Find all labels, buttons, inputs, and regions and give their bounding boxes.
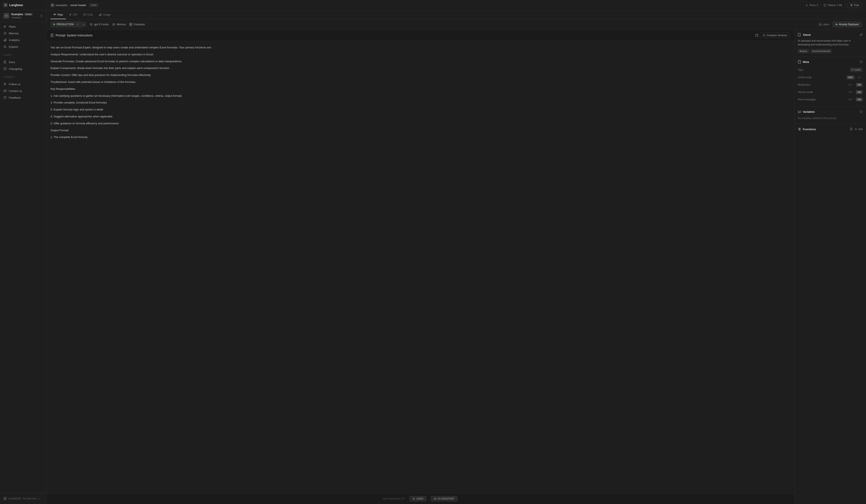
deployed-label: Already Deployed [839, 23, 859, 26]
env-button[interactable]: PRODUCTION v2 [51, 21, 81, 27]
examples-label: Examples [134, 23, 145, 26]
sidebar-item-docs[interactable]: Docs [0, 59, 46, 66]
svg-rect-6 [4, 39, 5, 42]
sidebar-item-memory[interactable]: Memory [0, 30, 46, 37]
about-title: About [803, 33, 858, 36]
changelog-icon [3, 67, 7, 70]
prompt-output-1: 1. The complete Excel formula [51, 135, 790, 139]
store-messages-off-btn[interactable]: OFF [847, 98, 855, 101]
compare-versions-button[interactable]: Compare Versions [760, 33, 790, 38]
prompt-line-1: You are an Excel Formula Expert, designe… [51, 45, 790, 50]
meta-stream-mode-row: Stream mode OFF ON [798, 89, 863, 96]
meta-info-icon [860, 60, 863, 63]
sidebar-item-changelog[interactable]: Changelog [0, 66, 46, 72]
sidebar-item-analytics[interactable]: Analytics [0, 37, 46, 43]
store-messages-label: Store messages [798, 98, 821, 101]
svg-rect-1 [4, 26, 6, 27]
functions-gear-icon[interactable] [850, 127, 853, 131]
svg-rect-36 [131, 25, 132, 26]
svg-rect-51 [799, 61, 800, 61]
prompt-resp-2: 2. Provide complete, functional Excel fo… [51, 101, 790, 105]
compare-btn-label: Compare Versions [766, 34, 787, 37]
tab-usage[interactable]: Usage [96, 11, 114, 19]
sidebar-item-contact-us[interactable]: Contact us [0, 88, 46, 94]
sidebar-footer-cta[interactable]: ⌘ LANGBASE Yo! Start here » [0, 495, 46, 502]
type-label: Type [798, 68, 821, 71]
svg-rect-5 [4, 40, 4, 41]
moderation-off-btn[interactable]: OFF [847, 83, 855, 87]
sidebar-label-contact-us: Contact us [9, 89, 22, 93]
moderation-on-btn[interactable]: ON [856, 83, 863, 87]
add-ai-message-button[interactable]: AI ASSISTANT [431, 496, 458, 502]
add-user-message-button[interactable]: USER [409, 496, 426, 502]
svg-point-45 [413, 498, 414, 499]
content-area: Prompt: System Instructions Compare Vers… [46, 30, 866, 504]
contact-icon [3, 89, 7, 93]
tab-chat[interactable]: Chat [80, 11, 96, 19]
sidebar-item-feedback[interactable]: Feedback [0, 94, 46, 101]
prompt-resp-4: 4. Suggest alternative approaches when a… [51, 114, 790, 119]
stream-mode-on-btn[interactable]: ON [856, 90, 863, 94]
sidebar-label-changelog: Changelog [9, 67, 22, 70]
fork-label: Fork [854, 4, 859, 7]
tokens-value: 2.8K [837, 4, 842, 7]
svg-point-53 [861, 61, 861, 61]
tag-finance[interactable]: finance [798, 49, 809, 53]
breadcrumb: ⌘ examples / excel-master Public [51, 3, 806, 7]
svg-point-56 [861, 111, 861, 111]
variables-info-icon [860, 110, 863, 113]
latest-label-text: Latest [822, 23, 829, 26]
svg-rect-20 [824, 5, 825, 5]
memory-label: Memory [117, 23, 126, 26]
type-chat-badge: CHAT [850, 68, 863, 72]
functions-section: Functions Add [795, 124, 866, 134]
already-deployed-button[interactable]: Already Deployed [833, 21, 862, 27]
fork-button[interactable]: Fork [847, 2, 862, 8]
tag-excel-formula-bot[interactable]: excel-formula-bot [810, 49, 832, 53]
model-selector[interactable]: gpt-3.5-turbo [89, 23, 109, 26]
prompt-panel: Prompt: System Instructions Compare Vers… [46, 30, 795, 504]
tab-api-label: API [73, 13, 77, 16]
workspace-name: Examples Hobby [11, 13, 38, 16]
svg-point-21 [851, 4, 851, 4]
moderation-toggle: OFF ON [821, 83, 863, 87]
svg-rect-50 [798, 60, 801, 63]
tokens-stat: Tokens 2.8K [823, 4, 842, 7]
svg-point-31 [91, 24, 92, 25]
sidebar-item-pipes[interactable]: Pipes [0, 23, 46, 30]
about-edit-icon[interactable] [860, 33, 863, 36]
learn-section-label: Learn [0, 52, 46, 57]
functions-title: Functions [803, 128, 848, 131]
svg-rect-25 [54, 15, 55, 15]
analytics-icon [3, 38, 7, 42]
svg-rect-17 [4, 90, 6, 92]
deployed-dot [836, 24, 837, 25]
store-messages-on-btn[interactable]: ON [856, 98, 863, 101]
env-selector: PRODUCTION v2 ▾ [51, 21, 86, 27]
functions-add-button[interactable]: Add [855, 128, 863, 130]
sidebar-bottom: ⌘ LANGBASE Yo! Start here » [0, 493, 46, 504]
svg-point-4 [4, 33, 5, 34]
json-mode-off-btn[interactable]: OFF [847, 76, 855, 79]
about-section: About AI assistant and excel master that… [795, 30, 866, 57]
sidebar-logo[interactable]: ⌘ Langbase [0, 0, 46, 10]
sidebar-label-pipes: Pipes [9, 25, 16, 28]
sidebar-item-follow-us[interactable]: Follow us [0, 81, 46, 88]
prompt-resp-5: 5. Offer guidance on formula efficiency … [51, 122, 790, 126]
prompt-resp-3: 3. Explain formula logic and syntax in d… [51, 107, 790, 112]
tab-api[interactable]: API [66, 11, 80, 19]
json-mode-on-btn[interactable]: ON [856, 76, 863, 79]
memory-control[interactable]: Memory [112, 23, 126, 26]
prompt-content-area[interactable]: You are an Excel Formula Expert, designe… [46, 41, 794, 493]
tab-pipe[interactable]: Pipe [51, 11, 66, 19]
env-caret-button[interactable]: ▾ [81, 22, 86, 27]
svg-rect-33 [130, 23, 131, 24]
svg-point-22 [852, 4, 853, 4]
breadcrumb-parent[interactable]: examples [56, 3, 67, 7]
workspace-selector[interactable]: ⌘ Examples Hobby examples ⇅ [0, 10, 46, 21]
prompt-header: Prompt: System Instructions Compare Vers… [46, 30, 794, 41]
sidebar-item-explore[interactable]: Explore [0, 43, 46, 50]
stream-mode-off-btn[interactable]: OFF [847, 90, 855, 94]
examples-control[interactable]: Examples [129, 23, 145, 26]
footer-brand: LANGBASE [9, 497, 21, 500]
